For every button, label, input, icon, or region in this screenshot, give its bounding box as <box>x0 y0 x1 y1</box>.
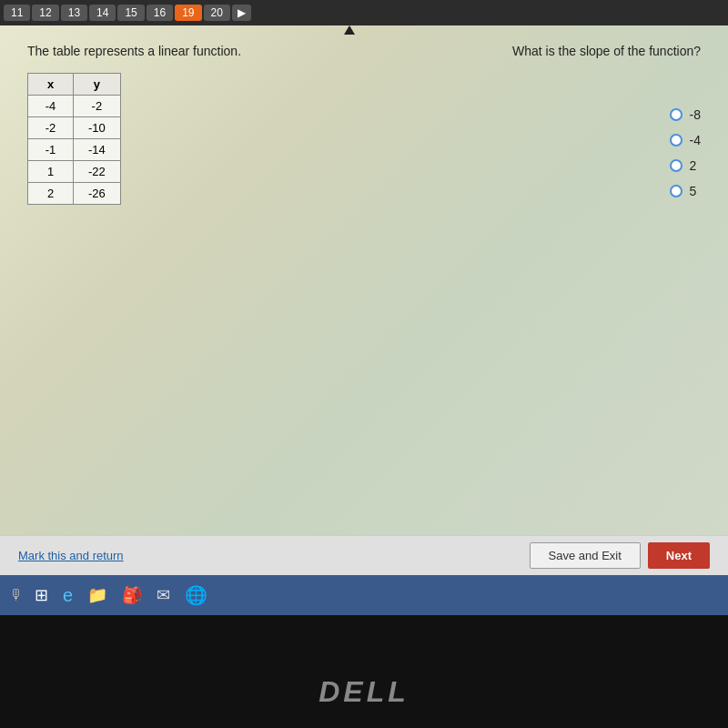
answer-label-5: 5 <box>690 184 697 198</box>
table-header-y: y <box>74 74 121 96</box>
linear-function-table: x y -4 -2 -2 -10 -1 -14 1 -22 2 <box>27 73 121 205</box>
table-header-x: x <box>28 74 74 96</box>
cursor <box>344 25 355 35</box>
table-cell: -2 <box>28 117 74 139</box>
radio-button-2[interactable] <box>670 159 682 172</box>
next-button[interactable]: Next <box>648 542 710 569</box>
nav-tab-11[interactable]: 11 <box>4 5 30 21</box>
table-row: -4 -2 <box>28 96 121 117</box>
answer-choices: -8 -4 2 5 <box>670 107 701 198</box>
radio-button-neg8[interactable] <box>670 108 682 121</box>
table-cell: -4 <box>28 96 74 117</box>
windows-taskview-icon[interactable]: ⊞ <box>31 583 52 607</box>
answer-label-neg4: -4 <box>690 133 701 147</box>
save-exit-button[interactable]: Save and Exit <box>530 542 641 569</box>
nav-tab-16[interactable]: 16 <box>147 5 173 21</box>
file-explorer-icon[interactable]: 📁 <box>84 583 111 607</box>
nav-tab-19[interactable]: 19 <box>175 5 201 21</box>
mark-return-link[interactable]: Mark this and return <box>18 549 124 562</box>
table-cell: 2 <box>28 183 74 205</box>
nav-tab-14[interactable]: 14 <box>89 5 116 21</box>
dell-logo: DELL <box>318 675 410 709</box>
answer-choice-neg8[interactable]: -8 <box>670 107 701 122</box>
table-cell: -2 <box>74 96 121 117</box>
table-row: 2 -26 <box>28 183 121 205</box>
answer-choice-neg4[interactable]: -4 <box>670 133 701 147</box>
nav-tab-12[interactable]: 12 <box>32 5 58 21</box>
action-buttons: Save and Exit Next <box>530 542 710 569</box>
dell-branding-area: DELL <box>0 615 728 728</box>
table-cell: -1 <box>28 139 74 161</box>
microphone-icon[interactable]: 🎙 <box>9 587 24 603</box>
table-cell: 1 <box>28 161 74 183</box>
chrome-browser-icon[interactable]: 🌐 <box>181 582 211 608</box>
nav-tab-13[interactable]: 13 <box>61 5 87 21</box>
radio-button-neg4[interactable] <box>670 134 682 147</box>
mail-icon[interactable]: ✉ <box>153 583 174 607</box>
store-icon[interactable]: 🎒 <box>118 583 146 607</box>
answer-choice-5[interactable]: 5 <box>670 184 701 198</box>
table-cell: -14 <box>74 139 121 161</box>
taskbar: 🎙 ⊞ e 📁 🎒 ✉ 🌐 <box>0 575 728 615</box>
top-navigation: 11 12 13 14 15 16 19 20 ▶ <box>0 0 728 25</box>
nav-tab-20[interactable]: 20 <box>204 5 230 21</box>
answer-choice-2[interactable]: 2 <box>670 158 701 173</box>
nav-tab-15[interactable]: 15 <box>117 5 144 21</box>
table-row: 1 -22 <box>28 161 121 183</box>
edge-browser-icon[interactable]: e <box>59 583 76 608</box>
radio-button-5[interactable] <box>670 185 682 197</box>
main-content-area: The table represents a linear function. … <box>0 25 728 535</box>
table-row: -2 -10 <box>28 117 121 139</box>
table-cell: -22 <box>74 161 121 183</box>
nav-arrow-forward[interactable]: ▶ <box>232 5 251 21</box>
table-cell: -10 <box>74 117 121 139</box>
table-cell: -26 <box>74 183 121 205</box>
question-text: What is the slope of the function? <box>512 44 701 58</box>
answer-label-neg8: -8 <box>690 107 701 122</box>
table-row: -1 -14 <box>28 139 121 161</box>
answer-label-2: 2 <box>690 158 697 173</box>
action-bar: Mark this and return Save and Exit Next <box>0 535 728 575</box>
